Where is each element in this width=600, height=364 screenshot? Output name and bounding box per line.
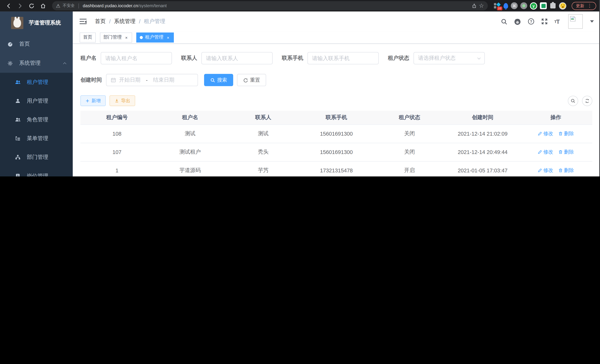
font-size-icon[interactable]: TT <box>554 18 559 25</box>
tab-tenant[interactable]: 租户管理 × <box>136 32 174 42</box>
tab-close-icon[interactable]: × <box>166 35 170 40</box>
tab-dept[interactable]: 部门管理 × <box>100 32 132 42</box>
select-caret-icon <box>477 56 481 60</box>
app-logo-row[interactable]: 芋道管理系统 <box>0 11 73 35</box>
sidebar-item-label: 部门管理 <box>27 154 66 161</box>
sidebar-item-dept[interactable]: 部门管理 <box>0 148 73 167</box>
filter-contact: 联系人 <box>181 52 272 64</box>
browser-forward-icon[interactable] <box>15 1 25 10</box>
breadcrumb-item-home[interactable]: 首页 <box>95 18 106 25</box>
sidebar-collapse-icon[interactable] <box>80 19 86 24</box>
edit-link[interactable]: 修改 <box>538 149 553 156</box>
sidebar-item-role[interactable]: 角色管理 <box>0 110 73 129</box>
filter-form-row-1: 租户名 联系人 联系手机 租户状态 请选择租户状态 <box>80 52 592 64</box>
sidebar-item-post[interactable]: 岗位管理 <box>0 167 73 177</box>
command-extension-icon[interactable]: ⌘ <box>511 2 518 9</box>
delete-link[interactable]: 删除 <box>558 130 574 137</box>
reset-button[interactable]: 重置 <box>237 74 266 86</box>
y-logo-extension-icon[interactable]: y <box>530 2 537 9</box>
tree-list-icon <box>14 135 21 141</box>
user-icon <box>14 98 21 104</box>
share-icon[interactable] <box>472 3 477 8</box>
delete-label: 删除 <box>564 149 574 156</box>
sidebar-item-menu-mgmt[interactable]: 菜单管理 <box>0 129 73 148</box>
browser-home-icon[interactable] <box>38 1 47 10</box>
fullscreen-icon[interactable] <box>541 18 548 25</box>
search-button-label: 搜索 <box>217 77 227 84</box>
end-date-placeholder[interactable]: 结束日期 <box>153 77 175 84</box>
sidebar-submenu-system: 租户管理 用户管理 角色管理 <box>0 73 73 177</box>
profile-avatar-icon[interactable] <box>559 2 566 9</box>
svg-text:?: ? <box>530 19 532 24</box>
browser-reload-icon[interactable] <box>27 1 36 10</box>
delete-link[interactable]: 删除 <box>558 167 574 174</box>
col-ops: 操作 <box>519 111 592 124</box>
org-tree-icon <box>14 154 21 160</box>
tenant-table: 租户编号 租户名 联系人 联系手机 租户状态 创建时间 操作 108 测试 <box>80 111 592 177</box>
contact-input[interactable] <box>206 55 268 61</box>
edit-pencil-icon <box>538 150 542 154</box>
table-row: 1 芋道源码 芋艿 17321315478 开启 2021-01-05 17:0… <box>80 161 592 177</box>
table-row: 108 测试 测试 15601691300 关闭 2021-12-14 21:0… <box>80 124 592 143</box>
tab-label: 部门管理 <box>103 34 122 41</box>
cell-ops: 修改删除 <box>519 161 592 177</box>
help-icon[interactable]: ? <box>527 18 534 25</box>
sidebar-item-user[interactable]: 用户管理 <box>0 92 73 110</box>
cell-ops: 修改删除 <box>519 124 592 143</box>
start-date-placeholder[interactable]: 开始日期 <box>119 77 141 84</box>
url-path: /system/tenant <box>138 3 167 8</box>
header-search-icon[interactable] <box>501 18 507 25</box>
plus-icon <box>85 99 90 103</box>
avatar-dropdown-caret-icon[interactable] <box>590 20 594 24</box>
breadcrumb: 首页 / 系统管理 / 租户管理 <box>95 18 165 25</box>
font-small-glyph: T <box>554 19 556 24</box>
export-button[interactable]: 导出 <box>110 95 135 106</box>
tenant-name-input[interactable] <box>105 55 167 61</box>
bookmark-star-icon[interactable]: ☆ <box>479 2 484 9</box>
status-select[interactable]: 请选择租户状态 <box>413 52 485 64</box>
tab-close-icon[interactable]: × <box>124 35 129 40</box>
chat-extension-icon[interactable] <box>540 2 547 9</box>
breadcrumb-item-system[interactable]: 系统管理 <box>114 18 136 25</box>
toggle-search-button[interactable] <box>568 95 578 106</box>
delete-label: 删除 <box>564 130 574 137</box>
refresh-table-button[interactable] <box>582 95 592 106</box>
edit-label: 修改 <box>544 149 553 156</box>
edit-link[interactable]: 修改 <box>538 130 553 137</box>
mobile-input[interactable] <box>312 55 374 61</box>
col-created: 创建时间 <box>446 111 519 124</box>
balloon-extension-icon[interactable] <box>504 3 508 9</box>
breadcrumb-item-current: 租户管理 <box>144 18 166 25</box>
dashboard-icon <box>7 41 13 47</box>
sidebar-item-system[interactable]: 系统管理 <box>0 54 73 73</box>
cell-status: 关闭 <box>373 124 446 143</box>
table-row: 107 测试租户 秃头 15601691300 关闭 2021-12-14 20… <box>80 143 592 161</box>
recorder-extension-icon[interactable] <box>520 2 527 9</box>
extension-badge-icon[interactable]: 10 <box>494 2 501 9</box>
not-secure-label: 不安全 <box>63 3 75 9</box>
search-icon <box>571 98 575 103</box>
browser-back-icon[interactable] <box>4 1 13 10</box>
sidebar-item-home[interactable]: 首页 <box>0 35 73 54</box>
delete-link[interactable]: 删除 <box>558 149 574 156</box>
chrome-update-button[interactable]: 更新 ⋮ <box>572 2 596 10</box>
search-button[interactable]: 搜索 <box>204 74 233 86</box>
address-bar[interactable]: ⚠ 不安全 dashboard.yudao.iocoder.cn/system/… <box>52 1 488 10</box>
cell-tenant-id: 108 <box>80 124 153 143</box>
tab-home[interactable]: 首页 <box>80 32 96 42</box>
github-icon[interactable] <box>514 18 521 25</box>
y-glyph: y <box>533 4 534 8</box>
cell-contact: 芋艿 <box>227 161 300 177</box>
browser-menu-kebab-icon[interactable]: ⋮ <box>587 3 592 9</box>
sidebar-item-tenant[interactable]: 租户管理 <box>0 73 73 92</box>
edit-link[interactable]: 修改 <box>538 167 553 174</box>
user-avatar[interactable] <box>568 14 583 28</box>
cell-status: 开启 <box>373 161 446 177</box>
cell-mobile: 15601691300 <box>300 124 373 143</box>
url-divider <box>78 3 79 8</box>
extensions-puzzle-icon[interactable] <box>550 3 556 9</box>
add-button[interactable]: 新增 <box>80 95 106 106</box>
tags-view-bar: 首页 部门管理 × 租户管理 × <box>73 31 600 44</box>
browser-toolbar: ⚠ 不安全 dashboard.yudao.iocoder.cn/system/… <box>0 0 600 11</box>
create-time-range-picker[interactable]: 开始日期 - 结束日期 <box>106 74 198 86</box>
